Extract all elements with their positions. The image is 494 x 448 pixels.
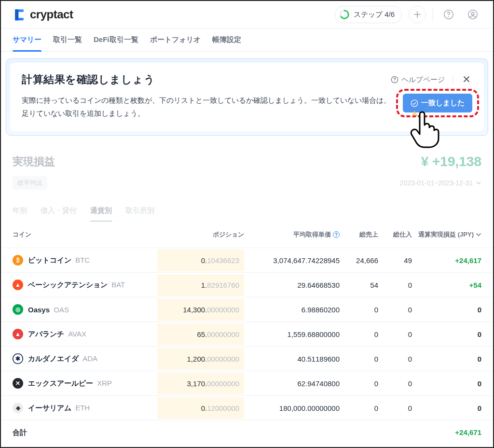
avg-cost-cell: 180,000.00000000 [244, 404, 340, 412]
sales-cell: 0 [340, 355, 378, 363]
sales-cell: 0 [340, 330, 378, 338]
avg-cost-cell: 1,559.68800000 [244, 330, 340, 338]
nav-tab-4[interactable]: 帳簿設定 [212, 28, 241, 51]
table-row[interactable]: ▲ ベーシックアテンション BAT 1.82916760 29.64668530… [1, 273, 493, 297]
buys-cell: 0 [378, 379, 412, 388]
table-row[interactable]: ✱ カルダノエイダ ADA 1,200.00000000 40.51189600… [1, 347, 493, 371]
avg-cost-cell: 62.94740800 [244, 379, 340, 388]
filter-tab-2[interactable]: 通貨別 [90, 200, 112, 221]
col-header-position[interactable]: ポジション [157, 230, 244, 239]
pnl-cell: 0 [412, 306, 481, 314]
filter-tab-3[interactable]: 取引所別 [125, 200, 154, 221]
coin-icon: ◆ [13, 403, 23, 413]
nav-tab-2[interactable]: DeFi取引一覧 [94, 28, 138, 51]
col-header-buys[interactable]: 総仕入 [378, 230, 412, 239]
coin-name: Oasys [28, 306, 50, 314]
plus-icon [413, 11, 421, 18]
coin-symbol: AVAX [66, 330, 86, 338]
coin-symbol: BTC [73, 256, 90, 264]
confirm-button-label: 一致しました [421, 98, 465, 108]
confirm-match-button[interactable]: 一致しました [403, 94, 472, 112]
help-page-label: ヘルプページ [401, 75, 445, 84]
help-page-link[interactable]: ヘルプページ [391, 75, 445, 84]
avg-cost-cell: 40.51189600 [244, 355, 340, 363]
buys-cell: 0 [378, 355, 412, 363]
svg-point-4 [468, 10, 477, 19]
nav-tab-0[interactable]: サマリー [13, 28, 41, 51]
buys-cell: 0 [378, 281, 412, 289]
coin-icon: ▲ [13, 329, 23, 339]
coin-symbol: ETH [73, 404, 90, 412]
sales-cell: 0 [340, 306, 378, 314]
pnl-cell: 0 [412, 355, 481, 363]
table-row[interactable]: ✕ エックスアールピー XRP 3,170.00000000 62.947408… [1, 371, 493, 396]
topbar: cryptact ステップ 4/6 [1, 1, 493, 28]
close-icon [463, 75, 470, 83]
coin-cell: ◆ イーサリアム ETH [13, 403, 157, 413]
banner-close-button[interactable] [461, 73, 472, 86]
coin-cell: ▲ ベーシックアテンション BAT [13, 280, 157, 290]
account-button[interactable] [464, 6, 481, 23]
col-header-avg-cost[interactable]: 平均取得単価 ? [244, 230, 340, 239]
coin-symbol: XRP [95, 379, 112, 387]
avg-cost-cell: 6.98860200 [244, 306, 340, 314]
coin-icon: ✱ [13, 353, 23, 364]
info-icon[interactable]: ? [333, 231, 340, 238]
add-button[interactable] [409, 6, 426, 23]
table-row[interactable]: ▲ アバランチ AVAX 65.00000000 1,559.68800000 … [1, 322, 493, 347]
coin-name: カルダノエイダ [28, 354, 79, 363]
position-cell: 3,170.00000000 [157, 373, 244, 394]
pnl-cell: 0 [412, 330, 481, 338]
help-button[interactable] [440, 6, 457, 23]
position-cell: 1,200.00000000 [157, 348, 244, 370]
question-circle-icon [443, 9, 454, 20]
nav-tab-3[interactable]: ポートフォリオ [150, 28, 201, 51]
col-header-sales[interactable]: 総売上 [340, 230, 378, 239]
coin-cell: ▲ アバランチ AVAX [13, 329, 157, 339]
table-header: コイン ポジション 平均取得単価 ? 総売上 総仕入 通算実現損益 (JPY) [1, 222, 493, 248]
buys-cell: 49 [378, 256, 412, 265]
banner-card: 計算結果を確認しましょう ヘルプページ 実際に持っているコインの種類と枚数が、下… [10, 63, 484, 131]
question-circle-icon [391, 76, 398, 84]
coin-cell: ₿ ビットコイン BTC [13, 255, 157, 266]
coin-name: ビットコイン [28, 256, 71, 264]
svg-point-3 [448, 16, 449, 17]
coin-name: ベーシックアテンション [28, 280, 108, 289]
coin-icon: ◎ [13, 304, 23, 315]
check-circle-icon [411, 99, 418, 107]
cost-method-chip[interactable]: 総平均法 [13, 176, 47, 190]
date-range-selector[interactable]: 2023-01-01~2023-12-31 [400, 179, 481, 187]
brand-name: cryptact [30, 8, 73, 21]
step-indicator[interactable]: ステップ 4/6 [335, 6, 402, 23]
nav-tabs: サマリー取引一覧DeFi取引一覧ポートフォリオ帳簿設定 [1, 28, 493, 52]
filter-tab-1[interactable]: 借入・貸付 [41, 200, 77, 221]
step-label: ステップ 4/6 [354, 10, 395, 19]
position-cell: 1.82916760 [157, 274, 244, 296]
chevron-down-icon [476, 232, 481, 238]
total-label: 合計 [13, 428, 157, 437]
realized-meta-row: 総平均法 2023-01-01~2023-12-31 [1, 173, 493, 200]
divider [453, 75, 453, 84]
realized-value: ¥ +19,138 [421, 154, 481, 169]
coin-symbol: OAS [52, 306, 69, 314]
col-header-coin[interactable]: コイン [13, 230, 157, 239]
progress-ring-icon [339, 9, 350, 20]
table-row[interactable]: ◎ Oasys OAS 14,300.00000000 6.98860200 0… [1, 297, 493, 322]
total-pnl: +24,671 [157, 428, 481, 437]
table-row[interactable]: ₿ ビットコイン BTC 0.10436623 3,074,647.742289… [1, 248, 493, 273]
filter-tab-0[interactable]: 年別 [13, 200, 27, 221]
avg-cost-cell: 29.64668530 [244, 281, 340, 289]
user-circle-icon [467, 9, 478, 20]
table-row[interactable]: ◆ イーサリアム ETH 0.12000000 180,000.00000000… [1, 396, 493, 420]
svg-point-7 [394, 81, 395, 82]
sales-cell: 24,666 [340, 256, 378, 265]
coin-cell: ✱ カルダノエイダ ADA [13, 353, 157, 364]
sales-cell: 0 [340, 404, 378, 412]
nav-tab-1[interactable]: 取引一覧 [53, 28, 82, 51]
coin-cell: ◎ Oasys OAS [13, 304, 157, 315]
filter-tabs: 年別借入・貸付通貨別取引所別 [1, 200, 493, 222]
coin-symbol: ADA [81, 354, 97, 363]
col-header-pnl[interactable]: 通算実現損益 (JPY) [412, 230, 481, 239]
realized-pnl-section: 実現損益 ¥ +19,138 [1, 142, 493, 173]
buys-cell: 0 [378, 330, 412, 338]
